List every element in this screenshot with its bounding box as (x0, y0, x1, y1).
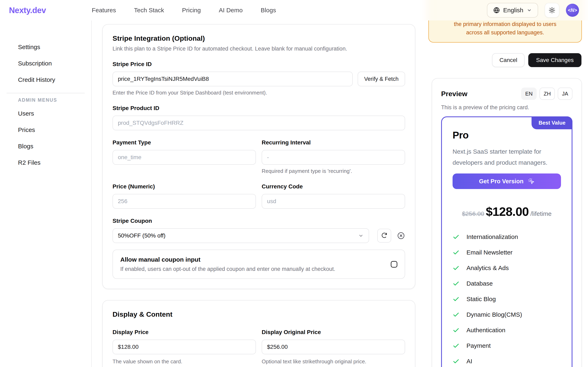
refresh-coupons-button[interactable] (377, 229, 391, 243)
globe-icon (493, 7, 500, 14)
stripe-coupon-label: Stripe Coupon (113, 218, 405, 224)
stripe-coupon-select[interactable]: 50%OFF (50% off) (113, 228, 369, 243)
price-interval: /lifetime (530, 210, 551, 217)
manual-coupon-box: Allow manual coupon input If enabled, us… (113, 250, 405, 279)
nav-ai-demo[interactable]: AI Demo (219, 7, 243, 14)
feature-item: Authentication (453, 326, 561, 334)
theme-toggle-button[interactable] (545, 3, 559, 17)
sidebar-item-prices[interactable]: Prices (0, 122, 91, 138)
display-original-price-label: Display Original Price (262, 329, 405, 335)
price-row: $256.00 $128.00 /lifetime (453, 205, 561, 219)
nav-blogs[interactable]: Blogs (261, 7, 276, 14)
feature-item: Database (453, 279, 561, 288)
manual-coupon-title: Allow manual coupon input (120, 256, 384, 263)
stripe-product-id-label: Stripe Product ID (113, 105, 405, 111)
display-price-label: Display Price (113, 329, 256, 335)
chevron-down-icon (358, 233, 364, 239)
language-label: English (503, 7, 523, 14)
display-price-help: The value shown on the card. (113, 359, 256, 365)
sidebar-section-label: ADMIN MENUS (0, 97, 91, 103)
recurring-interval-help: Required if payment type is 'recurring'. (262, 168, 405, 174)
check-icon (453, 280, 460, 287)
plan-name: Pro (453, 129, 561, 141)
check-icon (453, 358, 460, 365)
best-value-badge: Best Value (531, 117, 572, 129)
check-icon (453, 327, 460, 334)
plan-edit-form: Stripe Integration (Optional) Link this … (102, 0, 415, 367)
notice-line: across all supported languages. (466, 28, 544, 37)
section-subtitle: Link this plan to a Stripe Price ID for … (113, 46, 405, 52)
sidebar-item-users[interactable]: Users (0, 105, 91, 122)
check-icon (453, 265, 460, 271)
main-nav: Features Tech Stack Pricing AI Demo Blog… (92, 7, 276, 14)
payment-type-input[interactable] (113, 150, 256, 165)
nav-features[interactable]: Features (92, 7, 116, 14)
check-icon (453, 342, 460, 349)
avatar-monogram: <N> (568, 7, 577, 13)
sun-icon (548, 7, 555, 14)
current-price: $128.00 (486, 205, 529, 219)
notice-line: the primary information displayed to use… (454, 20, 556, 28)
header-controls: English <N> (487, 3, 579, 17)
price-numeric-input[interactable] (113, 194, 256, 209)
check-icon (453, 249, 460, 256)
sidebar-item-settings[interactable]: Settings (0, 39, 91, 55)
chevron-down-icon (527, 8, 532, 13)
manual-coupon-description: If enabled, users can opt-out of the app… (120, 266, 384, 272)
payment-type-label: Payment Type (113, 139, 256, 146)
recurring-interval-label: Recurring Interval (262, 139, 405, 146)
stripe-product-id-input[interactable] (113, 116, 405, 130)
cta-label: Get Pro Version (479, 178, 523, 185)
sidebar-item-credit-history[interactable]: Credit History (0, 72, 91, 88)
circle-x-icon (397, 232, 405, 240)
stripe-integration-card: Stripe Integration (Optional) Link this … (102, 24, 415, 289)
feature-item: Static Blog (453, 295, 561, 303)
preview-panel: Preview EN ZH JA This is a preview of th… (432, 78, 582, 367)
display-original-price-help: Optional text like strikethrough origina… (262, 359, 405, 365)
brand-logo[interactable]: Nexty.dev (9, 6, 46, 15)
sidebar-item-blogs[interactable]: Blogs (0, 138, 91, 154)
feature-item: Internationalization (453, 233, 561, 241)
preview-lang-ja[interactable]: JA (558, 88, 572, 100)
stripe-price-id-label: Stripe Price ID (113, 61, 405, 67)
display-original-price-input[interactable] (262, 340, 405, 354)
sidebar-divider (7, 93, 85, 93)
preview-title: Preview (441, 90, 467, 98)
preview-lang-en[interactable]: EN (521, 88, 537, 100)
clear-coupon-button[interactable] (397, 232, 405, 240)
save-changes-button[interactable]: Save Changes (528, 53, 581, 67)
feature-item: Email Newsletter (453, 248, 561, 257)
nav-tech-stack[interactable]: Tech Stack (134, 7, 164, 14)
preview-subtitle: This is a preview of the pricing card. (441, 104, 572, 111)
nav-pricing[interactable]: Pricing (182, 7, 201, 14)
manual-coupon-checkbox[interactable] (391, 261, 397, 267)
section-title: Stripe Integration (Optional) (113, 34, 405, 42)
display-price-input[interactable] (113, 340, 256, 354)
recurring-interval-input[interactable] (262, 150, 405, 165)
check-icon (453, 311, 460, 318)
price-numeric-label: Price (Numeric) (113, 183, 256, 190)
cancel-button[interactable]: Cancel (492, 53, 525, 67)
check-icon (453, 296, 460, 303)
feature-list: Internationalization Email Newsletter An… (453, 233, 561, 366)
user-avatar[interactable]: <N> (566, 4, 579, 17)
currency-code-input[interactable] (262, 194, 405, 209)
preview-language-tabs: EN ZH JA (521, 88, 572, 100)
form-actions: Cancel Save Changes (492, 53, 581, 67)
section-title: Display & Content (113, 310, 405, 318)
sidebar-item-r2-files[interactable]: R2 Files (0, 154, 91, 171)
stripe-price-id-help: Enter the Price ID from your Stripe Dash… (113, 90, 405, 96)
verify-fetch-button[interactable]: Verify & Fetch (358, 72, 405, 86)
pricing-card-preview: Best Value Pro Next.js SaaS starter temp… (441, 117, 572, 367)
get-pro-version-button[interactable]: Get Pro Version (453, 174, 561, 189)
refresh-icon (381, 233, 387, 239)
original-price: $256.00 (462, 210, 484, 217)
admin-sidebar: Settings Subscription Credit History ADM… (0, 20, 92, 367)
sidebar-item-subscription[interactable]: Subscription (0, 55, 91, 72)
feature-item: AI (453, 357, 561, 366)
preview-lang-zh[interactable]: ZH (539, 88, 555, 100)
feature-item: Dynamic Blog(CMS) (453, 310, 561, 319)
stripe-price-id-input[interactable] (113, 72, 353, 86)
language-selector[interactable]: English (487, 3, 538, 17)
feature-item: Analytics & Ads (453, 264, 561, 272)
